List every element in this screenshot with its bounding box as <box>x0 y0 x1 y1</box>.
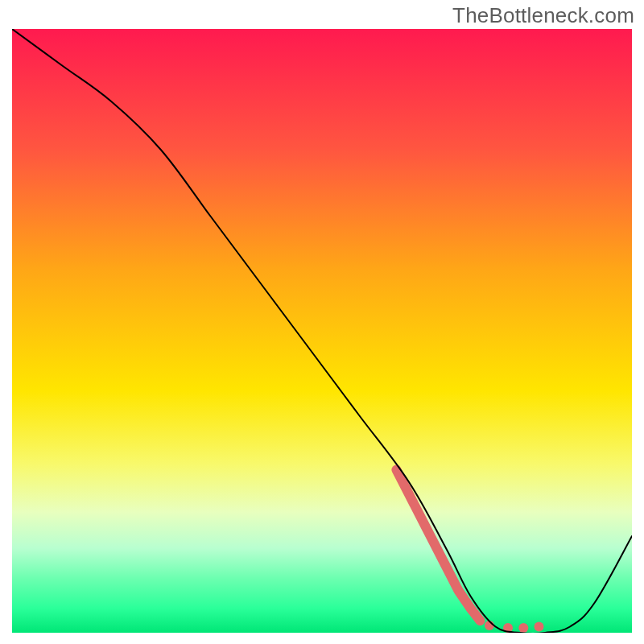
chart-background <box>12 29 632 633</box>
highlight-dot <box>518 623 528 633</box>
chart-container: TheBottleneck.com <box>0 0 644 644</box>
plot-area <box>12 29 632 633</box>
watermark-label: TheBottleneck.com <box>452 3 634 28</box>
chart-svg <box>12 29 632 633</box>
highlight-dot <box>535 622 544 632</box>
